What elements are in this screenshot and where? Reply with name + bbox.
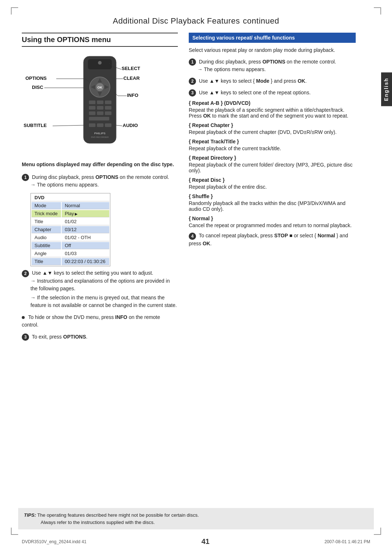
step1-text: During disc playback, press OPTIONS on t…	[32, 174, 169, 180]
svg-line-33	[113, 66, 121, 69]
svg-text:CLEAR: CLEAR	[123, 75, 140, 81]
svg-marker-5	[98, 78, 102, 82]
svg-text:OPTIONS: OPTIONS	[25, 75, 47, 81]
corner-mark-bl	[11, 528, 18, 535]
step2-arrow2: → If the selection in the menu is greyed…	[30, 294, 178, 309]
right-step1-text: During disc playback, press OPTIONS on t…	[199, 59, 336, 65]
repeat-disc-section: { Repeat Disc } Repeat playback of the e…	[189, 177, 356, 190]
dvd-options-table: DVD ModeNormal Trick modePlay Title01/02…	[30, 193, 110, 266]
repeat-chapter-title: { Repeat Chapter }	[189, 122, 356, 128]
svg-rect-15	[105, 106, 111, 110]
right-step4-number: 4	[189, 233, 196, 240]
table-row: ModeNormal	[32, 202, 109, 209]
repeat-dir-title: { Repeat Directory }	[189, 155, 356, 161]
svg-rect-14	[97, 106, 103, 110]
table-row: SubtitleOff	[32, 242, 109, 249]
right-step2-number: 2	[189, 78, 196, 85]
svg-rect-11	[97, 101, 103, 104]
page-footer: DVDR3510V_eng_26244.indd 41 41 2007-08-0…	[0, 537, 392, 546]
right-step3-number: 3	[189, 89, 196, 97]
bullet-dot	[22, 316, 25, 319]
svg-marker-7	[91, 85, 95, 89]
svg-text:SUBTITLE: SUBTITLE	[24, 123, 47, 128]
svg-text:PHILIPS: PHILIPS	[94, 132, 106, 135]
repeat-ab-text: Repeat the playback of a specific segmen…	[189, 107, 356, 119]
svg-rect-19	[89, 117, 109, 120]
step1-number: 1	[22, 174, 29, 181]
svg-marker-6	[98, 92, 102, 96]
right-step1-arrow: → The options menu appears.	[197, 66, 266, 72]
step2: 2 Use ▲▼ keys to select the setting you …	[22, 269, 178, 309]
svg-line-41	[116, 125, 122, 126]
svg-line-39	[114, 93, 118, 96]
step2-arrow1: → Instructions and explanations of the o…	[30, 277, 178, 292]
table-row: Audio01/02 - OTH	[32, 234, 109, 241]
footer-timestamp: 2007-08-01 1:46:21 PM	[324, 539, 370, 544]
repeat-disc-title: { Repeat Disc }	[189, 177, 356, 183]
right-step3: 3 Use ▲▼ keys to select one of the repea…	[189, 89, 356, 97]
svg-line-34	[109, 63, 113, 66]
step3-number: 3	[22, 333, 29, 341]
table-row: Chapter03/12	[32, 226, 109, 233]
svg-rect-0	[83, 56, 116, 143]
right-intro: Select various repeat play or random pla…	[189, 46, 356, 54]
step2-text: Use ▲▼ keys to select the setting you wa…	[32, 270, 153, 276]
svg-text:OK: OK	[97, 86, 102, 89]
svg-line-31	[53, 125, 85, 126]
table-row: Title01/02	[32, 218, 109, 225]
main-content: Using the OPTIONS menu	[22, 33, 370, 345]
svg-text:SELECT: SELECT	[122, 66, 140, 71]
repeat-chapter-text: Repeat playback of the current chapter (…	[189, 129, 356, 135]
svg-rect-21	[97, 123, 103, 127]
repeat-track-title: { Repeat Track/Title }	[189, 139, 356, 144]
svg-line-27	[85, 79, 89, 82]
svg-text:AUDIO: AUDIO	[123, 123, 138, 128]
repeat-ab-title: { Repeat A-B } (DVD/VCD)	[189, 100, 356, 106]
repeat-dir-section: { Repeat Directory } Repeat playback of …	[189, 155, 356, 173]
repeat-disc-text: Repeat playback of the entire disc.	[189, 184, 356, 190]
svg-rect-16	[89, 111, 95, 115]
svg-point-3	[90, 77, 110, 97]
svg-point-4	[96, 83, 104, 91]
tips-text: The operating features described here mi…	[37, 512, 199, 518]
bullet-text: To hide or show the DVD menu, press INFO…	[22, 314, 160, 328]
right-step2: 2 Use ▲▼ keys to select { Mode } and pre…	[189, 77, 356, 85]
svg-rect-1	[88, 59, 112, 69]
shuffle-section: { Shuffle } Randomly playback all the tr…	[189, 193, 356, 212]
tips-text2: Always refer to the instructions supplie…	[41, 520, 155, 525]
left-column: Using the OPTIONS menu	[22, 33, 178, 345]
svg-text:DISC: DISC	[32, 85, 44, 90]
bullet-info: To hide or show the DVD menu, press INFO…	[22, 314, 178, 329]
step3-text: To exit, press OPTIONS.	[32, 334, 87, 340]
repeat-chapter-section: { Repeat Chapter } Repeat playback of th…	[189, 122, 356, 135]
step2-number: 2	[22, 270, 29, 277]
right-step1-number: 1	[189, 58, 196, 66]
right-section-title: Selecting various repeat/ shuffle functi…	[189, 33, 356, 43]
table-row: Trick modePlay	[32, 210, 109, 217]
tips-label: TIPS:	[24, 512, 36, 518]
svg-rect-13	[89, 106, 95, 110]
dvd-table-header: DVD	[32, 194, 109, 201]
svg-rect-18	[105, 111, 111, 115]
remote-diagram: OK	[22, 53, 178, 154]
normal-text: Cancel the repeat or programmed modes an…	[189, 222, 356, 228]
right-step4: 4 To cancel repeat playback, press STOP …	[189, 232, 356, 247]
svg-rect-17	[97, 111, 103, 115]
table-row: Title00:22:03 / 01:30:26	[32, 258, 109, 265]
corner-mark-br	[374, 528, 381, 535]
step1-arrow: → The options menu appears.	[30, 181, 178, 189]
svg-rect-12	[105, 101, 111, 104]
svg-rect-10	[89, 101, 95, 104]
right-step3-text: Use ▲▼ keys to select one of the repeat …	[199, 90, 311, 95]
page-number: 41	[201, 537, 209, 546]
right-column: Selecting various repeat/ shuffle functi…	[189, 33, 370, 345]
page-container: English Additional Disc Playback Feature…	[0, 0, 392, 553]
right-step1: 1 During disc playback, press OPTIONS on…	[189, 58, 356, 74]
normal-title: { Normal }	[189, 216, 356, 221]
page-title: Additional Disc Playback Features contin…	[22, 15, 370, 26]
footer-filename: DVDR3510V_eng_26244.indd 41	[22, 539, 86, 544]
normal-section: { Normal } Cancel the repeat or programm…	[189, 216, 356, 228]
svg-text:DVD RECORDER: DVD RECORDER	[91, 136, 109, 138]
english-tab: English	[381, 73, 392, 106]
svg-point-2	[98, 61, 102, 65]
